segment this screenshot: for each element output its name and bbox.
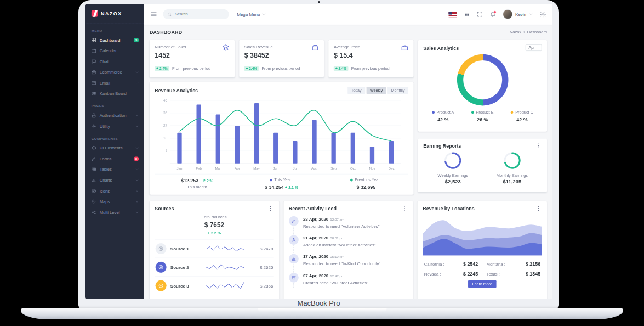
activity-date: 07 Apr, 2020	[303, 273, 328, 278]
stat-card-icon	[312, 44, 319, 52]
device-label: MacBook Pro	[78, 299, 559, 307]
sidebar-item-kanban-board[interactable]: Kanban Board	[85, 88, 144, 99]
charts-icon	[92, 178, 96, 183]
sidebar-item-dashboard[interactable]: Dashboard3	[85, 35, 144, 46]
mega-menu-label: Mega Menu	[237, 12, 260, 17]
sidebar-item-charts[interactable]: Charts	[85, 175, 144, 186]
learn-more-button[interactable]: Learn more	[468, 280, 497, 288]
source-name: Source 2	[170, 265, 196, 269]
revenue-this-year: This Year : $ 34,254+ 2.1 %	[240, 178, 324, 190]
sidebar-item-label: Charts	[100, 178, 132, 183]
apps-grid-button[interactable]	[464, 12, 470, 17]
svg-text:36: 36	[163, 111, 168, 115]
source-row-source-2[interactable]: Source 2$ 2625	[155, 258, 273, 277]
tables-icon	[92, 167, 96, 172]
card-title: Sources	[155, 206, 174, 211]
select-arrows-icon: ▲▼	[537, 46, 539, 49]
sidebar-item-ecommerce[interactable]: Ecommerce	[85, 67, 144, 78]
location-label: California :	[424, 262, 444, 267]
search-input[interactable]	[174, 12, 214, 16]
sidebar-item-email[interactable]: Email	[85, 77, 144, 88]
card-menu-icon[interactable]: ⋮	[267, 206, 273, 211]
location-label: Nevada :	[424, 272, 441, 277]
svg-text:Aug: Aug	[311, 166, 318, 170]
breadcrumb-item-dashboard: Dashboard	[527, 30, 547, 34]
sidebar-item-utility[interactable]: Utility	[85, 121, 144, 132]
sidebar-item-multi-level[interactable]: Multi Level	[85, 207, 144, 218]
revenue-this-month: $12,253+ 2.2 % This month	[155, 178, 239, 190]
hamburger-menu-button[interactable]	[151, 11, 157, 18]
range-button-weekly[interactable]: Weekly	[367, 87, 386, 94]
search-box[interactable]	[163, 9, 229, 19]
source-row-source-3[interactable]: Source 3$ 2856	[155, 276, 273, 295]
svg-text:Oct: Oct	[350, 166, 356, 170]
svg-text:Feb: Feb	[196, 166, 202, 170]
earning-monthly-earnings: Monthly Earnings$11,235	[482, 151, 542, 184]
sidebar-item-label: Tables	[100, 167, 132, 172]
chevron-down-icon	[529, 12, 533, 16]
ecommerce-icon	[92, 70, 96, 75]
legend-dot	[511, 111, 514, 114]
sidebar-item-label: Authentication	[100, 113, 132, 118]
app-logo[interactable]: NAZOX	[85, 4, 144, 24]
sidebar-item-maps[interactable]: Maps	[85, 196, 144, 207]
activity-time: 08:01 pm	[330, 236, 344, 240]
sidebar-item-forms[interactable]: Forms8	[85, 154, 144, 165]
ui-icon	[92, 145, 96, 150]
settings-gear-button[interactable]	[540, 11, 546, 17]
sidebar-item-tables[interactable]: Tables	[85, 164, 144, 175]
stat-value: $ 38452	[244, 51, 319, 59]
breadcrumb-separator: ›	[523, 30, 525, 34]
card-menu-icon[interactable]: ⋮	[535, 206, 542, 211]
sources-total: Total sources $ 7652 + 2.2 %	[155, 214, 273, 239]
fullscreen-button[interactable]	[477, 12, 483, 18]
user-icon	[292, 238, 296, 242]
range-button-today[interactable]: Today	[347, 87, 365, 94]
user-menu-button[interactable]: Kevin	[503, 9, 533, 19]
disc-icon	[158, 283, 164, 289]
delta-note: From previous period	[172, 66, 210, 71]
card-title: Earning Reports	[423, 143, 461, 149]
notification-dot	[493, 10, 496, 13]
earning-value: $11,235	[482, 179, 542, 185]
layers-icon	[222, 44, 229, 51]
laptop-screen: NAZOX MENUDashboard3CalendarChatEcommerc…	[85, 4, 552, 299]
sidebar-item-label: Icons	[100, 188, 132, 193]
card-menu-icon[interactable]: ⋮	[401, 206, 408, 211]
legend-item-product-a: Product A42 %	[423, 110, 463, 123]
range-button-monthly[interactable]: Monthly	[387, 87, 408, 94]
source-row-source-1[interactable]: Source 1$ 2478	[155, 239, 273, 258]
archive-icon	[292, 276, 296, 280]
activity-time: 05:10 pm	[330, 255, 344, 258]
sidebar-item-calendar[interactable]: Calendar	[85, 46, 144, 57]
search-icon	[167, 12, 172, 16]
legend-label: Product A	[436, 110, 454, 115]
sidebar-item-label: UI Elements	[100, 145, 132, 150]
source-value: $ 2856	[254, 283, 273, 288]
revenue-analytics-card: Revenue Analytics TodayWeeklyMonthly 918…	[150, 82, 414, 195]
sidebar-item-label: Email	[100, 81, 132, 86]
activity-date: 28 Apr, 2020	[303, 216, 328, 221]
card-menu-icon[interactable]: ⋮	[535, 143, 542, 149]
location-label: Texas :	[487, 272, 500, 277]
location-label: Montana :	[487, 262, 505, 267]
auth-icon	[92, 113, 96, 118]
us-flag-icon[interactable]	[449, 12, 457, 17]
svg-text:Apr: Apr	[235, 166, 240, 170]
sidebar-item-ui-elements[interactable]: UI Elements	[85, 143, 144, 154]
legend-value: 42 %	[423, 117, 463, 122]
sidebar-item-authentication[interactable]: Authentication	[85, 110, 144, 121]
legend-value: 42 %	[502, 117, 542, 122]
svg-text:Jul: Jul	[293, 166, 297, 170]
user-name: Kevin	[515, 12, 526, 17]
breadcrumb-item-nazox[interactable]: Nazox	[510, 30, 521, 34]
sidebar-item-chat[interactable]: Chat	[85, 56, 144, 67]
chevron-down-icon	[135, 146, 139, 150]
sidebar-item-label: Maps	[100, 199, 132, 204]
period-select[interactable]: Apr ▲▼	[526, 44, 542, 51]
earning-reports-card: Earning Reports ⋮ Weekly Earnings$2,523M…	[418, 139, 547, 192]
activity-text: Responded to need "In-Kind Opportunity"	[303, 261, 408, 266]
sidebar-item-icons[interactable]: Icons	[85, 186, 144, 196]
mega-menu-button[interactable]: Mega Menu	[237, 12, 266, 17]
stat-card-icon	[222, 44, 229, 52]
